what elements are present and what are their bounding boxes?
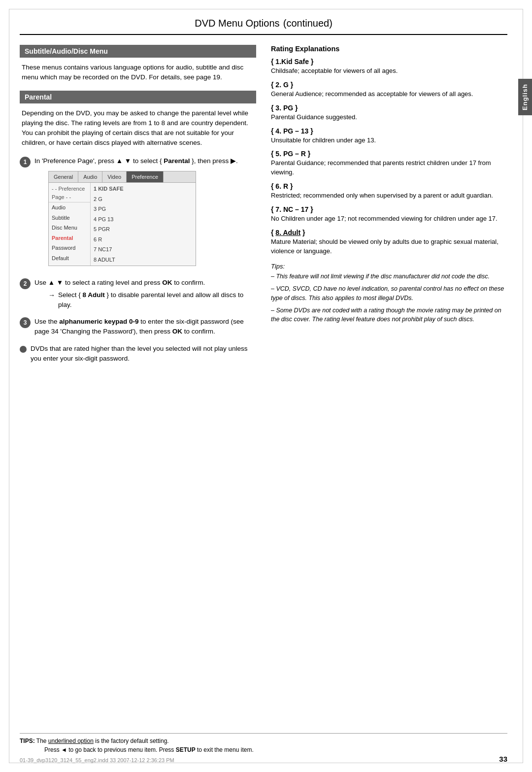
rating-7-desc: No Children under age 17; not recommende… [271,214,507,224]
menu-screenshot: General Audio Video Preference - - Prefe… [48,171,196,267]
main-content: DVD Menu Options (continued) Subtitle/Au… [0,0,532,385]
step-3-content: Use the alphanumeric keypad 0-9 to enter… [34,317,256,337]
rating-1-desc: Childsafe; acceptable for viewers of all… [271,67,507,76]
tab-preference: Preference [127,171,164,183]
step-2-number: 2 [20,278,31,289]
rating-1: { 1.Kid Safe } Childsafe; acceptable for… [271,58,507,76]
rating-8-label: { 8. Adult } [271,229,507,236]
tab-video: Video [102,171,127,183]
rating-2-desc: General Audience; recommended as accepta… [271,90,507,99]
rating-3-label: { 3. PG } [271,104,507,112]
left-column: Subtitle/Audio/Disc Menu These menus con… [20,45,256,370]
bullet-content: DVDs that are rated higher than the leve… [31,344,256,364]
tips-section: Tips: – This feature will not limit view… [271,263,507,324]
tips-footer-label: TIPS: [20,738,35,744]
title-main: DVD Menu Options [195,18,279,29]
tip-1: – This feature will not limit viewing if… [271,272,507,281]
step-3-text: Use the alphanumeric keypad 0-9 to enter… [34,318,244,335]
rating-title: Rating Explanations [271,45,507,53]
tips-footer: TIPS: The underlined option is the facto… [20,733,507,754]
page-number: 33 [499,755,507,763]
step-1: 1 In 'Preference Page', press ▲ ▼ to sel… [20,156,256,271]
rating-4-label: { 4. PG – 13 } [271,127,507,135]
menu-left-col: - - Preference Page - - Audio Subtitle D… [49,183,91,266]
tip-2: – VCD, SVCD, CD have no level indication… [271,284,507,303]
rating-8-desc: Mature Material; should be viewed only b… [271,237,507,256]
menu-val-2: 2 G [91,194,196,204]
menu-val-5: 5 PGR [91,224,196,235]
menu-val-3: 3 PG [91,204,196,214]
step-2: 2 Use ▲ ▼ to select a rating level and p… [20,278,256,310]
step-2-content: Use ▲ ▼ to select a rating level and pre… [34,278,256,310]
menu-row-subtitle: Subtitle [49,213,90,223]
rating-5: { 5. PG – R } Parental Guidance; recomme… [271,150,507,177]
tips-footer-line2: Press ◄ to go back to previous menu item… [20,745,507,754]
menu-val-6: 6 R [91,235,196,245]
bullet-text: DVDs that are rated higher than the leve… [31,345,248,362]
menu-val-1: 1 KID SAFE [91,184,196,194]
step-3-number: 3 [20,317,31,328]
footer-date: 2007-12-12 2:36:23 PM [117,757,174,763]
rating-7: { 7. NC – 17 } No Children under age 17;… [271,205,507,224]
tips-label: Tips: [271,263,507,270]
english-tab: English [518,79,532,115]
menu-tabs: General Audio Video Preference [49,171,196,183]
arrow-icon: → [48,290,55,301]
menu-body: - - Preference Page - - Audio Subtitle D… [49,183,196,266]
menu-val-4: 4 PG 13 [91,214,196,225]
subtitle-text: These menus contains various language op… [20,63,256,83]
rating-3-desc: Parental Guidance suggested. [271,113,507,122]
rating-5-desc: Parental Guidance; recommended that pare… [271,159,507,177]
step-2-sub: → Select { 8 Adult } to disable parental… [48,290,256,310]
menu-row-password: Password [49,243,90,253]
step-1-text: In 'Preference Page', press ▲ ▼ to selec… [34,157,238,165]
tab-audio: Audio [78,171,102,183]
rating-6: { 6. R } Restricted; recommended only wh… [271,182,507,201]
step-1-number: 1 [20,157,31,168]
subtitle-header: Subtitle/Audio/Disc Menu [20,45,256,58]
menu-right-col: 1 KID SAFE 2 G 3 PG 4 PG 13 5 PGR 6 R 7 … [91,183,196,266]
step-1-content: In 'Preference Page', press ▲ ▼ to selec… [34,156,256,271]
rating-3: { 3. PG } Parental Guidance suggested. [271,104,507,122]
parental-section: Parental Depending on the DVD, you may b… [20,91,256,148]
underlined-option: underlined option [48,738,94,744]
rating-7-label: { 7. NC – 17 } [271,205,507,213]
bullet-item: DVDs that are rated higher than the leve… [20,344,256,364]
page-title: DVD Menu Options (continued) [20,15,507,35]
step-3: 3 Use the alphanumeric keypad 0-9 to ent… [20,317,256,337]
rating-4-desc: Unsuitable for children under age 13. [271,136,507,145]
footer-filename: 01-39_dvp3120_3124_55_eng2.indd 33 2007-… [20,757,174,763]
bullet-circle [20,346,27,353]
parental-header: Parental [20,91,256,103]
tab-general: General [49,171,78,183]
rating-2: { 2. G } General Audience; recommended a… [271,81,507,99]
rating-8: { 8. Adult } Mature Material; should be … [271,229,507,256]
tips-footer-line1: The underlined option is the factory def… [36,738,169,744]
two-column-layout: Subtitle/Audio/Disc Menu These menus con… [20,45,507,370]
parental-text: Depending on the DVD, you may be asked t… [20,108,256,148]
title-continued: (continued) [283,18,332,29]
menu-val-7: 7 NC17 [91,244,196,255]
menu-page-label: - - Preference Page - - [49,184,90,202]
rating-6-desc: Restricted; recommended only when superv… [271,191,507,201]
right-column: Rating Explanations { 1.Kid Safe } Child… [271,45,507,370]
menu-row-audio: Audio [49,202,90,213]
menu-row-parental: Parental [49,233,90,243]
step-2-text: Use ▲ ▼ to select a rating level and pre… [34,279,205,286]
rating-4: { 4. PG – 13 } Unsuitable for children u… [271,127,507,145]
menu-val-8: 8 ADULT [91,255,196,265]
menu-row-default: Default [49,253,90,264]
steps-list: 1 In 'Preference Page', press ▲ ▼ to sel… [20,156,256,364]
rating-6-label: { 6. R } [271,182,507,190]
tip-3: – Some DVDs are not coded with a rating … [271,306,507,325]
menu-row-discmenu: Disc Menu [49,223,90,233]
footer-file: 01-39_dvp3120_3124_55_eng2.indd 33 [20,757,116,763]
step-2-sub-text: Select { 8 Adult } to disable parental l… [58,290,256,310]
rating-2-label: { 2. G } [271,81,507,89]
rating-1-label: { 1.Kid Safe } [271,58,507,66]
rating-5-label: { 5. PG – R } [271,150,507,158]
